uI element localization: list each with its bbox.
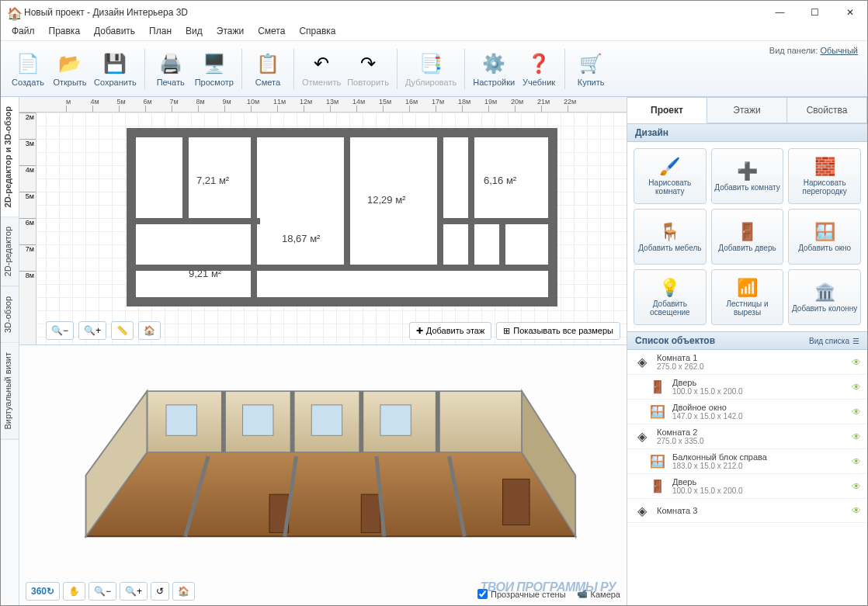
toolbar-Дублировать: 📑Дублировать [402,48,460,90]
2d-toolbar: 🔍− 🔍+ 📏 🏠 [46,321,161,340]
Купить-icon: 🛒 [578,51,603,76]
design-Нарисовать перегородку[interactable]: 🧱Нарисовать перегородку [788,148,861,204]
room-label: 9,21 м² [189,268,221,279]
design-Добавить комнату[interactable]: ➕Добавить комнату [711,148,784,204]
design-Добавить дверь[interactable]: 🚪Добавить дверь [711,209,784,265]
rp-tab-Свойства[interactable]: Свойства [787,97,867,123]
toolbar-Повторить: ↷Повторить [344,48,392,90]
reset-3d-button[interactable]: ↺ [151,582,169,601]
Открыть-icon: 📂 [57,51,82,76]
visibility-icon[interactable]: 👁 [852,456,861,467]
rp-tab-Проект[interactable]: Проект [627,97,707,123]
transparent-walls-checkbox[interactable]: Прозрачные стены [477,589,565,599]
vtab-2[interactable]: 3D-обзор [1,287,19,343]
right-panel: ПроектЭтажиСвойства Дизайн 🖌️Нарисовать … [627,97,867,605]
visibility-icon[interactable]: 👁 [852,407,861,417]
menubar: ФайлПравкаДобавитьПланВидЭтажиСметаСправ… [1,24,867,41]
Просмотр-icon: 🖥️ [202,51,227,76]
Учебник-icon: ❓ [526,51,551,76]
toolbar-Открыть[interactable]: 📂Открыть [49,48,91,90]
workspace: 2м3м4м5м6м7м8м 7,21 м²12,29 м²6,16 м²18,… [19,97,627,605]
design-Добавить окно[interactable]: 🪟Добавить окно [788,209,861,265]
Создать-icon: 📄 [16,51,40,76]
visibility-icon[interactable]: 👁 [852,505,861,516]
menu-Смета[interactable]: Смета [252,24,291,40]
toolbar-Настройки[interactable]: ⚙️Настройки [470,48,518,90]
zoom-in-3d-button[interactable]: 🔍+ [120,582,148,601]
room-label: 7,21 м² [196,175,229,186]
camera-button[interactable]: 📹 Камера [577,589,620,599]
room-label: 12,29 м² [367,194,405,206]
visibility-icon[interactable]: 👁 [852,357,861,368]
room-label: 6,16 м² [484,175,516,186]
list-mode-button[interactable]: Вид списка ☰ [809,337,859,345]
svg-rect-11 [380,405,411,435]
object-item[interactable]: 🚪Дверь100.0 x 15.0 x 200.0👁 [627,375,867,400]
design-Добавить колонну[interactable]: 🏛️Добавить колонну [788,269,861,325]
menu-Файл[interactable]: Файл [5,24,41,40]
visibility-icon[interactable]: 👁 [852,481,861,492]
zoom-out-button[interactable]: 🔍− [46,321,74,340]
2d-view[interactable]: 2м3м4м5м6м7м8м 7,21 м²12,29 м²6,16 м²18,… [19,113,627,345]
panel-mode-label: Вид панели: Обычный [769,46,858,55]
design-Добавить освещение[interactable]: 💡Добавить освещение [634,269,707,325]
window-title: Новый проект - Дизайн Интерьера 3D [24,7,188,18]
close-button[interactable]: ✕ [832,1,867,24]
main-toolbar: 📄Создать📂Открыть💾Сохранить🖨️Печать🖥️Прос… [1,41,867,97]
vtab-0[interactable]: 2D-редактор и 3D-обзор [1,97,19,217]
toolbar-Отменить: ↶Отменить [299,48,344,90]
design-Лестницы и вырезы[interactable]: 📶Лестницы и вырезы [711,269,784,325]
vtab-3[interactable]: Виртуальный визит [1,343,19,440]
home-button[interactable]: 🏠 [138,321,161,340]
svg-marker-0 [86,452,576,536]
toolbar-Учебник[interactable]: ❓Учебник [518,48,560,90]
ruler-vertical: 2м3м4м5м6м7м8м [19,113,36,345]
toolbar-Купить[interactable]: 🛒Купить [570,48,612,90]
menu-Добавить[interactable]: Добавить [88,24,141,40]
Печать-icon: 🖨️ [158,51,183,76]
zoom-in-button[interactable]: 🔍+ [78,321,106,340]
show-dims-button[interactable]: ⊞ Показывать все размеры [496,322,620,340]
add-floor-button[interactable]: ✚ Добавить этаж [409,322,491,340]
svg-rect-9 [243,405,273,435]
pan-button[interactable]: ✋ [63,582,85,601]
design-Добавить мебель[interactable]: 🪑Добавить мебель [634,209,707,265]
toolbar-Печать[interactable]: 🖨️Печать [150,48,192,90]
toolbar-Создать[interactable]: 📄Создать [7,48,49,90]
object-item[interactable]: ◈Комната 2275.0 x 335.0👁 [627,424,867,449]
room-label: 18,67 м² [282,233,320,244]
visibility-icon[interactable]: 👁 [852,431,861,442]
minimize-button[interactable]: — [762,1,797,24]
vtab-1[interactable]: 2D-редактор [1,217,19,286]
object-item[interactable]: 🚪Дверь100.0 x 15.0 x 200.0👁 [627,474,867,499]
home-3d-button[interactable]: 🏠 [172,582,195,601]
menu-Этажи[interactable]: Этажи [210,24,250,40]
rp-tab-Этажи[interactable]: Этажи [707,97,787,123]
zoom-out-3d-button[interactable]: 🔍− [89,582,116,601]
Дублировать-icon: 📑 [418,51,443,76]
measure-button[interactable]: 📏 [111,321,134,340]
toolbar-Смета[interactable]: 📋Смета [247,48,289,90]
toolbar-Сохранить[interactable]: 💾Сохранить [91,48,140,90]
toolbar-Просмотр[interactable]: 🖥️Просмотр [192,48,237,90]
design-section-header: Дизайн [627,123,867,142]
menu-Правка[interactable]: Правка [43,24,87,40]
maximize-button[interactable]: ☐ [797,1,832,24]
svg-rect-8 [166,405,196,435]
object-item[interactable]: ◈Комната 3👁 [627,499,867,523]
object-item[interactable]: 🪟Двойное окно147.0 x 15.0 x 142.0👁 [627,400,867,424]
ruler-horizontal [19,97,627,113]
object-item[interactable]: ◈Комната 1275.0 x 262.0👁 [627,350,867,375]
object-item[interactable]: 🪟Балконный блок справа183.0 x 15.0 x 212… [627,449,867,474]
Повторить-icon: ↷ [356,51,380,76]
app-icon: 🏠 [7,6,19,19]
design-Нарисовать комнату[interactable]: 🖌️Нарисовать комнату [634,148,707,204]
menu-План[interactable]: План [143,24,178,40]
visibility-icon[interactable]: 👁 [852,382,861,393]
menu-Справка[interactable]: Справка [293,24,342,40]
floorplan[interactable]: 7,21 м²12,29 м²6,16 м²18,67 м²9,21 м² [127,128,557,306]
rotate-360-button[interactable]: 360↻ [26,582,60,601]
menu-Вид[interactable]: Вид [179,24,209,40]
panel-mode-link[interactable]: Обычный [820,46,858,55]
3d-view[interactable]: 360↻ ✋ 🔍− 🔍+ ↺ 🏠 Прозрачные стены 📹 Каме… [19,345,627,605]
